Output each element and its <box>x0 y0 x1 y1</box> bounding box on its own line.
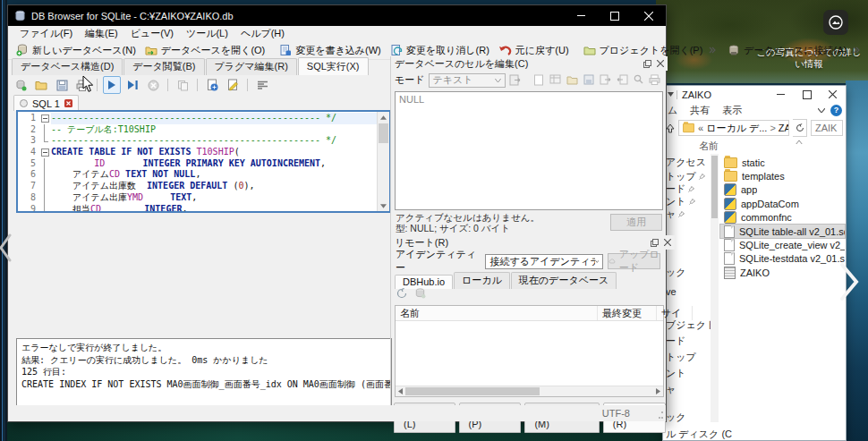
fold-marker-icon[interactable] <box>39 113 51 124</box>
editor-line-2[interactable]: 2-- テーブル名:T10SHIP <box>18 124 378 136</box>
close-tab-icon[interactable] <box>64 99 72 107</box>
quick-access-toolbar-icon[interactable] <box>668 90 677 99</box>
remote-column-header-0[interactable]: 名前 <box>396 306 598 320</box>
sidebar-item-5[interactable]: ック <box>666 266 712 279</box>
scroll-up-icon[interactable] <box>378 112 389 123</box>
file-row-7[interactable]: SQLite-testdata v2_01.sql <box>720 252 845 266</box>
sidebar-item-4[interactable]: ャ <box>666 208 712 221</box>
fold-marker-icon[interactable] <box>39 169 51 181</box>
sidebar-item-2[interactable]: ード <box>666 182 712 196</box>
ribbon-tab-2[interactable]: 表示 <box>722 104 742 117</box>
open-sql-file-icon[interactable] <box>32 76 50 94</box>
scroll-down-icon[interactable] <box>378 200 389 211</box>
stop-button[interactable] <box>144 76 162 94</box>
file-row-5[interactable]: SQLite table-all v2_01.sql <box>720 225 845 238</box>
execute-all-button[interactable] <box>103 76 121 94</box>
editor-line-6[interactable]: 6 アイテムCD TEXT NOT NULL, <box>18 169 378 181</box>
new-sql-tab-icon[interactable] <box>12 76 30 94</box>
sidebar-scrollbar[interactable] <box>711 154 719 422</box>
sidebar-item-1[interactable]: トップ <box>666 170 712 183</box>
menu-item-0[interactable]: ファイル(F) <box>13 27 79 40</box>
refresh-remote-icon[interactable] <box>396 288 407 299</box>
editor-line-1[interactable]: 1---------------------------------------… <box>18 113 378 124</box>
address-crumbs[interactable]: « ローカル デ... > ZAIKO <box>678 120 789 136</box>
copy-icon[interactable] <box>174 76 191 94</box>
scroll-left-icon[interactable] <box>396 388 405 394</box>
sql-document-tab[interactable]: SQL 1 <box>13 95 79 111</box>
sort-indicator-icon[interactable] <box>796 140 803 144</box>
db-maximize-button[interactable] <box>598 5 632 26</box>
close-panel-icon[interactable] <box>657 60 664 67</box>
editor-line-8[interactable]: 8 アイテム出庫YMD TEXT, <box>18 192 378 204</box>
save-icon[interactable] <box>583 74 594 85</box>
sidebar-item-0[interactable]: アクセス <box>666 156 712 169</box>
editor-line-4[interactable]: 4CREATE TABLE IF NOT EXISTS T10SHIP( <box>18 147 378 158</box>
explorer-maximize-button[interactable] <box>794 86 820 103</box>
scroll-right-icon[interactable] <box>653 388 663 394</box>
new-database-button[interactable]: 新しいデータベース(N) <box>12 43 140 58</box>
editor-line-3[interactable]: 3---------------------------------------… <box>18 135 378 147</box>
address-crumb-current[interactable]: ZAIKO <box>779 123 789 133</box>
edit-sql-icon[interactable] <box>224 76 242 94</box>
db-close-button[interactable] <box>632 5 666 26</box>
editor-line-7[interactable]: 7 アイテム出庫数 INTEGER DEFAULT (0), <box>18 181 378 192</box>
help-icon[interactable]: ? <box>830 105 842 116</box>
next-arrow-icon[interactable] <box>838 261 861 302</box>
connect-database-button[interactable]: データベースに接続(A) <box>723 43 851 58</box>
sidebar-item-13[interactable]: ル ディスク (C <box>666 428 712 441</box>
remote-column-header-2[interactable]: サイ <box>657 306 693 320</box>
photo-info-icon[interactable] <box>823 10 848 35</box>
file-list-header[interactable]: 名前 <box>663 139 846 154</box>
menu-item-1[interactable]: 編集(E) <box>79 27 124 40</box>
file-row-3[interactable]: appDataCom <box>720 197 845 210</box>
float-panel-icon[interactable] <box>651 239 659 247</box>
tab-1[interactable]: データ閲覧(B) <box>123 58 204 75</box>
fold-marker-icon[interactable] <box>39 192 51 204</box>
sidebar-item-6[interactable]: ve <box>666 286 712 297</box>
refresh-icon[interactable] <box>793 119 807 137</box>
sidebar-item-10[interactable]: ント <box>666 367 712 380</box>
file-row-2[interactable]: app <box>720 183 845 197</box>
remote-column-header-1[interactable]: 最終変更 <box>598 306 657 320</box>
float-panel-icon[interactable] <box>643 60 651 68</box>
prev-arrow-icon[interactable] <box>0 233 12 263</box>
fold-marker-icon[interactable] <box>39 181 51 192</box>
mode-select[interactable]: テキスト <box>429 73 506 88</box>
menu-item-4[interactable]: ヘルプ(H) <box>234 27 291 40</box>
ribbon-tab-1[interactable]: 共有 <box>690 104 710 117</box>
zoom-icon[interactable] <box>634 74 643 84</box>
menu-item-2[interactable]: ビュー(V) <box>124 27 180 40</box>
search-input[interactable]: ZAIK <box>811 120 843 136</box>
save-sql-file-icon[interactable] <box>53 76 71 94</box>
cell-edit-area[interactable]: NULL <box>395 91 663 210</box>
open-database-button[interactable]: データベースを開く(O) <box>140 43 269 58</box>
remote-tab-2[interactable]: 現在のデータベース <box>511 272 617 289</box>
explorer-minimize-button[interactable] <box>768 86 794 103</box>
sidebar-item-9[interactable]: トップ <box>666 351 712 364</box>
remote-file-table[interactable]: 名前最終変更サイ <box>395 305 664 397</box>
open-project-button[interactable]: プロジェクトを開く(P) <box>579 43 708 58</box>
tab-3[interactable]: SQL実行(X) <box>298 57 369 75</box>
editor-line-9[interactable]: 9 担当CD INTEGER, <box>18 204 378 214</box>
explorer-close-button[interactable] <box>820 86 846 103</box>
blank-doc-icon[interactable] <box>533 74 544 86</box>
fold-marker-icon[interactable] <box>39 135 51 147</box>
file-row-6[interactable]: SQLite_create_view v2_01.sql <box>720 238 845 251</box>
write-changes-button[interactable]: 変更を書き込み(W) <box>275 43 385 58</box>
toolbar-overflow-icon[interactable] <box>709 47 716 54</box>
resize-grip[interactable] <box>655 411 664 420</box>
import-cell-icon[interactable] <box>509 74 522 86</box>
table-icon[interactable] <box>549 74 561 84</box>
encoding-indicator[interactable]: UTF-8 <box>602 408 630 419</box>
sidebar-item-11[interactable]: ャ <box>666 383 712 396</box>
sql-editor[interactable]: 1---------------------------------------… <box>16 110 391 213</box>
file-row-8[interactable]: ZAIKO <box>720 266 845 279</box>
revert-changes-button[interactable]: 変更を取り消し(R) <box>386 43 494 58</box>
print-cell-icon[interactable] <box>649 74 660 85</box>
format-sql-icon[interactable] <box>253 76 271 94</box>
tab-0[interactable]: データベース構造(D) <box>12 58 123 75</box>
address-crumb-parent[interactable]: ローカル デ... <box>706 122 767 135</box>
clone-database-icon[interactable] <box>414 287 426 299</box>
upload-button[interactable]: アップロード <box>608 253 660 269</box>
toolbar-overflow-icon-2[interactable] <box>853 47 860 54</box>
